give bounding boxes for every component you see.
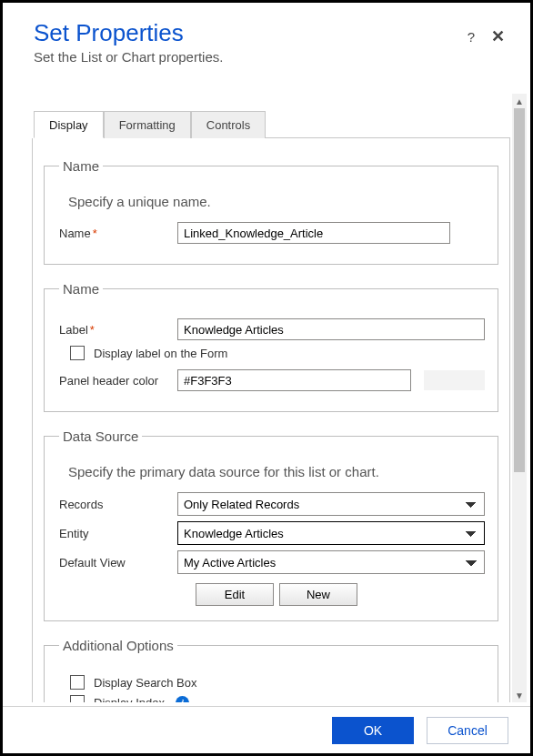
dialog-subtitle: Set the List or Chart properties.	[34, 49, 505, 65]
content-area: Display Formatting Controls Name Specify…	[15, 94, 525, 702]
entity-label: Entity	[59, 527, 177, 540]
ok-button[interactable]: OK	[332, 717, 414, 744]
help-icon[interactable]: ?	[468, 29, 475, 45]
fieldset-data-source: Data Source Specify the primary data sou…	[44, 428, 498, 621]
display-search-box-label: Display Search Box	[94, 676, 196, 690]
panel-header-color-input[interactable]	[177, 369, 411, 391]
legend-data-source: Data Source	[59, 428, 142, 444]
default-view-select[interactable]: My Active Articles	[177, 550, 485, 574]
fieldset-label: Name Label* Display label on the Form Pa…	[44, 281, 498, 412]
data-source-hint: Specify the primary data source for this…	[68, 464, 485, 479]
records-label: Records	[59, 498, 177, 511]
dialog-header: Set Properties Set the List or Chart pro…	[3, 3, 530, 70]
legend-additional: Additional Options	[59, 638, 177, 653]
label-label: Label*	[59, 323, 177, 337]
scroll-up-icon[interactable]: ▲	[512, 94, 527, 108]
required-icon: *	[93, 227, 97, 240]
color-swatch[interactable]	[424, 370, 485, 390]
vertical-scrollbar[interactable]: ▲ ▼	[512, 94, 527, 702]
display-index-checkbox[interactable]	[70, 695, 85, 702]
name-label: Name*	[59, 227, 177, 240]
scrollbar-thumb[interactable]	[514, 108, 525, 472]
display-label-checkbox-label: Display label on the Form	[94, 347, 227, 360]
new-button[interactable]: New	[279, 583, 357, 606]
label-input[interactable]	[177, 318, 485, 340]
entity-select[interactable]: Knowledge Articles	[177, 521, 485, 545]
tab-strip: Display Formatting Controls	[34, 110, 510, 138]
info-icon[interactable]: i	[176, 696, 189, 703]
records-select[interactable]: Only Related Records	[177, 492, 485, 516]
legend-label: Name	[59, 281, 103, 297]
tab-display[interactable]: Display	[34, 111, 104, 138]
display-label-checkbox[interactable]	[70, 346, 85, 360]
legend-name: Name	[59, 158, 103, 174]
dialog: Set Properties Set the List or Chart pro…	[0, 0, 533, 756]
name-input[interactable]	[177, 222, 450, 244]
required-icon: *	[90, 323, 95, 337]
scroll-down-icon[interactable]: ▼	[512, 688, 527, 702]
fieldset-name: Name Specify a unique name. Name*	[44, 158, 498, 265]
close-icon[interactable]: ✕	[491, 26, 505, 46]
display-index-label: Display Index	[94, 696, 165, 703]
tab-panel: Name Specify a unique name. Name* Name L…	[32, 138, 510, 702]
edit-button[interactable]: Edit	[196, 583, 274, 606]
tab-controls[interactable]: Controls	[191, 111, 266, 138]
name-hint: Specify a unique name.	[68, 194, 485, 209]
fieldset-additional-options: Additional Options Display Search Box Di…	[44, 638, 498, 702]
panel-header-color-label: Panel header color	[59, 374, 177, 388]
dialog-footer: OK Cancel	[3, 706, 530, 753]
cancel-button[interactable]: Cancel	[427, 717, 508, 744]
default-view-label: Default View	[59, 556, 177, 570]
dialog-title: Set Properties	[34, 19, 505, 47]
display-search-box-checkbox[interactable]	[70, 675, 85, 690]
tab-formatting[interactable]: Formatting	[104, 111, 191, 138]
